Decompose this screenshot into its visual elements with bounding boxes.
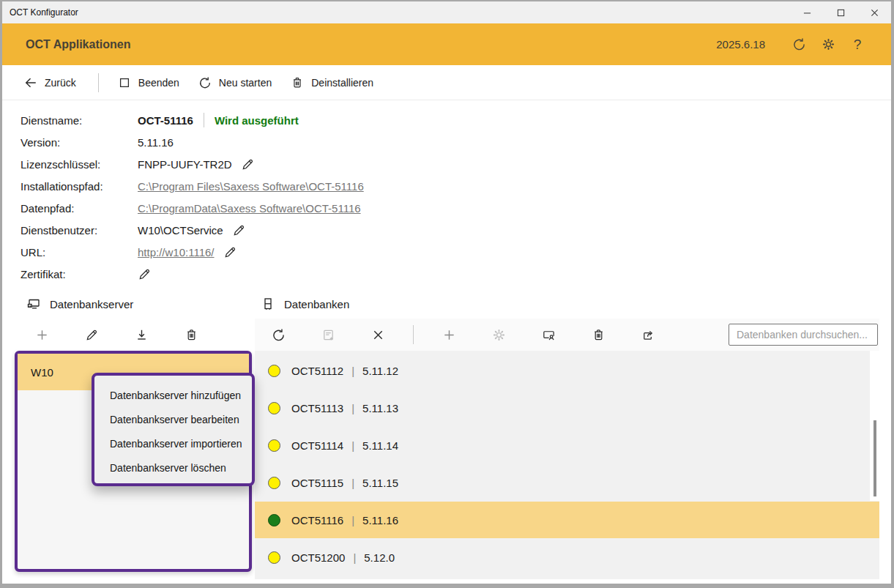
databases-list: OCT51112 | 5.11.12 OCT51113 | 5.11.13 OC… (255, 351, 879, 579)
user-box-icon (542, 328, 556, 342)
toolbar-divider (98, 73, 99, 92)
add-server-button[interactable] (27, 322, 56, 347)
menu-item-import-server[interactable]: Datenbankserver importieren (94, 431, 252, 455)
refresh-icon[interactable] (784, 30, 813, 59)
detail-row-service-name: Dienstname: OCT-51116 Wird ausgeführt (21, 109, 891, 131)
plus-icon (442, 328, 456, 342)
status-dot-yellow (268, 365, 280, 377)
import-server-button[interactable] (127, 322, 156, 347)
share-export-button[interactable] (633, 322, 663, 347)
detail-row-data-path: Datenpfad: C:\ProgramData\Saxess Softwar… (21, 197, 891, 219)
delete-server-button[interactable] (176, 322, 206, 347)
close-button[interactable] (857, 1, 891, 23)
edit-service-user-pencil-icon[interactable] (232, 223, 246, 237)
service-details: Dienstname: OCT-51116 Wird ausgeführt Ve… (2, 100, 891, 289)
back-button[interactable]: Zurück (24, 76, 76, 89)
cancel-button[interactable] (363, 322, 392, 347)
add-database-button[interactable] (434, 322, 463, 347)
service-name-value: OCT-51116 (138, 114, 193, 127)
scrollbar-thumb[interactable] (873, 420, 876, 496)
service-user-value: W10\OCTService (138, 224, 223, 237)
minimize-button[interactable] (790, 1, 824, 23)
edit-license-pencil-icon[interactable] (241, 157, 255, 171)
edit-server-button[interactable] (77, 322, 106, 347)
x-icon (371, 328, 385, 342)
stop-service-button[interactable]: Beenden (118, 76, 179, 89)
pencil-icon (85, 328, 99, 342)
status-dot-yellow (268, 551, 280, 564)
back-arrow-icon (24, 76, 37, 89)
server-context-menu: Datenbankserver hinzufügen Datenbankserv… (92, 373, 255, 486)
panels-section: Datenbankserver Datenbanken (2, 289, 891, 588)
document-plus-icon (321, 328, 335, 342)
server-icon (26, 297, 41, 311)
status-dot-yellow (268, 477, 280, 489)
uninstall-button[interactable]: Deinstallieren (291, 76, 373, 89)
search-databases-input[interactable] (729, 324, 878, 346)
page-title: OCT Applikationen (26, 38, 716, 51)
refresh-databases-button[interactable] (264, 322, 293, 347)
edit-url-pencil-icon[interactable] (223, 245, 237, 259)
status-dot-green (268, 514, 280, 526)
settings-gear-icon[interactable] (813, 30, 843, 59)
servers-toolbar (15, 319, 252, 351)
trash-icon (185, 328, 198, 342)
detail-row-url: URL: http://w10:1116/ (21, 241, 891, 263)
title-bar: OCT Konfigurator (2, 1, 891, 23)
refresh-icon (272, 328, 286, 342)
detail-row-install-path: Installationspfad: C:\Program Files\Saxe… (21, 175, 891, 197)
license-value: FNPP-UUFY-TR2D (138, 158, 232, 171)
menu-item-delete-server[interactable]: Datenbankserver löschen (94, 455, 252, 480)
status-dot-yellow (268, 402, 280, 414)
trash-icon (291, 76, 304, 89)
menu-item-add-server[interactable]: Datenbankserver hinzufügen (94, 383, 252, 407)
restart-service-button[interactable]: Neu starten (198, 76, 272, 89)
user-permissions-button[interactable] (534, 322, 563, 347)
plus-icon (35, 328, 49, 342)
database-row[interactable]: OCT51115 | 5.11.15 (255, 464, 879, 501)
database-row-selected[interactable]: OCT51116 | 5.11.16 (255, 502, 879, 538)
app-header: OCT Applikationen 2025.6.18 ? (2, 23, 891, 65)
window-title: OCT Konfigurator (2, 7, 790, 18)
status-dot-yellow (268, 439, 280, 452)
database-row[interactable]: OCT51113 | 5.11.13 (255, 390, 879, 426)
database-settings-button[interactable] (484, 322, 513, 347)
database-row[interactable]: OCT51112 | 5.11.12 (255, 352, 879, 389)
toolbar-divider (413, 325, 414, 344)
delete-database-button[interactable] (584, 322, 613, 347)
app-window: OCT Konfigurator OCT Applikationen 2025.… (0, 0, 894, 588)
database-icon (261, 297, 275, 311)
detail-row-certificate: Zertifikat: (21, 263, 891, 285)
download-icon (135, 328, 149, 342)
script-add-button[interactable] (313, 322, 343, 347)
menu-item-edit-server[interactable]: Datenbankserver bearbeiten (94, 407, 252, 431)
detail-row-version: Version: 5.11.16 (21, 131, 891, 153)
edit-certificate-pencil-icon[interactable] (138, 267, 152, 281)
stop-square-icon (118, 76, 131, 89)
install-path-link[interactable]: C:\Program Files\Saxess Software\OCT-511… (138, 180, 364, 193)
maximize-button[interactable] (824, 1, 857, 23)
action-toolbar: Zurück Beenden Neu starten Deinstalliere… (2, 65, 891, 100)
restart-icon (198, 76, 212, 89)
share-icon (641, 328, 655, 342)
detail-row-license: Lizenzschlüssel: FNPP-UUFY-TR2D (21, 153, 891, 175)
database-row[interactable]: OCT51114 | 5.11.14 (255, 427, 879, 464)
help-icon[interactable]: ? (843, 30, 872, 59)
servers-panel-header: Datenbankserver (26, 297, 133, 311)
trash-icon (592, 328, 606, 342)
databases-panel-header: Datenbanken (261, 297, 349, 311)
detail-row-service-user: Dienstbenutzer: W10\OCTService (21, 219, 891, 241)
gear-icon (492, 328, 506, 342)
service-status-badge: Wird ausgeführt (215, 114, 299, 127)
databases-toolbar (255, 319, 879, 351)
scrollbar-track[interactable] (870, 351, 879, 501)
database-row[interactable]: OCT51200 | 5.12.0 (255, 539, 879, 576)
header-date: 2025.6.18 (716, 38, 765, 51)
data-path-link[interactable]: C:\ProgramData\Saxess Software\OCT-51116 (138, 202, 361, 215)
version-value: 5.11.16 (138, 136, 174, 149)
service-url-link[interactable]: http://w10:1116/ (138, 246, 215, 258)
